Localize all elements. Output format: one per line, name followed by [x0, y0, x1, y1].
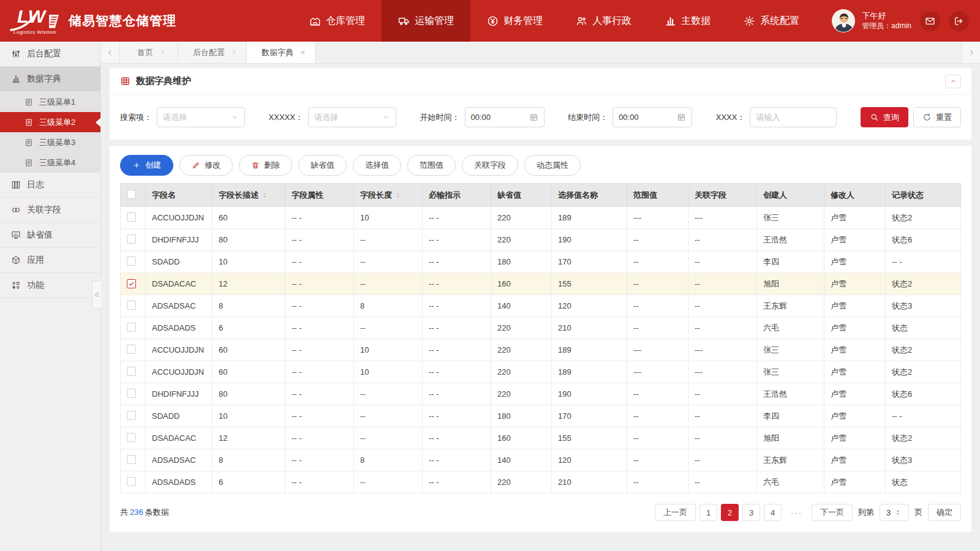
table-cell: 60	[213, 207, 285, 229]
page-ellipsis[interactable]: ···	[785, 504, 808, 521]
row-checkbox[interactable]	[127, 257, 136, 266]
sort-icon[interactable]	[394, 192, 402, 199]
table-cell: -- -	[423, 339, 491, 361]
nav-item-0[interactable]: 仓库管理	[293, 0, 382, 42]
pencil-icon	[192, 161, 200, 170]
table-cell: --	[354, 427, 423, 449]
avatar[interactable]	[832, 9, 855, 32]
table-cell: 170	[552, 405, 627, 427]
table-cell: 8	[354, 295, 423, 317]
confirm-button[interactable]: 确定	[928, 504, 961, 521]
search-item-select[interactable]: 请选择	[157, 107, 245, 127]
mail-button[interactable]	[920, 11, 940, 31]
truck-icon	[398, 15, 410, 27]
row-checkbox[interactable]	[127, 367, 136, 376]
logout-button[interactable]	[949, 11, 969, 31]
page-button-1[interactable]: 1	[699, 504, 717, 521]
tab-2[interactable]: 数据字典	[247, 42, 315, 63]
sidebar-item-8[interactable]: 缺省值	[0, 223, 100, 248]
nav-item-3[interactable]: 人事行政	[559, 0, 648, 42]
close-icon[interactable]	[159, 49, 166, 56]
nav-item-1[interactable]: 运输管理	[382, 0, 470, 42]
goto-page-spinner[interactable]: 3	[880, 504, 909, 521]
sidebar-item-9[interactable]: 应用	[0, 248, 100, 273]
xxxx-input[interactable]: 请输入	[750, 107, 837, 127]
tab-1[interactable]: 后台配置	[178, 42, 247, 63]
row-checkbox[interactable]	[127, 411, 136, 420]
reset-button[interactable]: 重置	[913, 107, 961, 127]
table-cell: 卢雪	[824, 471, 886, 493]
page-button-2[interactable]: 2	[721, 504, 739, 521]
panel-collapse-button[interactable]	[945, 75, 961, 88]
action-button-4[interactable]: 选择值	[353, 155, 401, 176]
search-item-placeholder: 请选择	[163, 112, 187, 123]
action-button-3[interactable]: 缺省值	[298, 155, 347, 176]
action-button-7[interactable]: 动态属性	[524, 155, 581, 176]
nav-item-4[interactable]: 主数据	[648, 0, 727, 42]
sidebar-collapse-handle[interactable]	[92, 280, 101, 309]
row-checkbox[interactable]	[127, 212, 136, 222]
end-time-label: 结束时间：	[568, 112, 608, 123]
action-button-6[interactable]: 关联字段	[462, 155, 518, 176]
row-checkbox[interactable]	[127, 323, 136, 332]
prev-page-button[interactable]: 上一页	[655, 504, 696, 521]
page-button-4[interactable]: 4	[764, 504, 782, 521]
sidebar-item-5[interactable]: 三级菜单4	[0, 152, 100, 173]
nav-item-2[interactable]: 财务管理	[470, 0, 559, 42]
row-checkbox[interactable]	[127, 301, 136, 310]
column-header[interactable]: 字段长描述	[213, 184, 285, 207]
link-icon	[11, 205, 21, 215]
close-icon[interactable]	[300, 49, 306, 56]
xxxxx-select[interactable]: 请选择	[308, 107, 396, 127]
row-checkbox[interactable]	[127, 389, 136, 398]
sidebar-item-0[interactable]: 后台配置	[0, 42, 100, 67]
sidebar-item-1[interactable]: 数据字典	[0, 67, 100, 92]
action-button-5[interactable]: 范围值	[407, 155, 456, 176]
table-cell: 李四	[757, 405, 824, 427]
action-button-1[interactable]: 修改	[179, 155, 233, 176]
next-page-button[interactable]: 下一页	[812, 504, 853, 521]
action-button-2[interactable]: 删除	[239, 155, 292, 176]
table-row-6: ACCUOJJDJN60-- -10-- -220189------张三卢雪状态…	[121, 339, 961, 361]
row-checkbox[interactable]	[127, 455, 136, 464]
tab-0[interactable]: 首页	[119, 42, 178, 63]
document-icon	[24, 159, 33, 167]
row-checkbox[interactable]	[127, 477, 136, 486]
table-cell: -- -	[285, 295, 354, 317]
spinner-arrows-icon[interactable]	[894, 509, 902, 516]
table-cell: --	[354, 251, 423, 273]
sidebar-item-4[interactable]: 三级菜单3	[0, 132, 100, 152]
sidebar-item-10[interactable]: 功能	[0, 273, 100, 298]
sidebar-item-2[interactable]: 三级菜单1	[0, 92, 100, 112]
table-cell: ---	[627, 339, 688, 361]
row-checkbox[interactable]	[127, 345, 136, 354]
table-cell: --	[627, 405, 688, 427]
column-header: 范围值	[627, 184, 688, 207]
chevron-down-icon	[382, 113, 390, 121]
tab-scroll-right[interactable]	[962, 42, 980, 63]
row-checkbox[interactable]	[127, 279, 136, 288]
table-cell: 状态2	[886, 427, 961, 449]
start-time-input[interactable]: 00:00	[465, 107, 545, 127]
table-cell: 六毛	[757, 471, 824, 493]
nav-item-5[interactable]: 系统配置	[727, 0, 816, 42]
end-time-input[interactable]: 00:00	[612, 107, 692, 127]
row-checkbox[interactable]	[127, 234, 136, 244]
close-icon[interactable]	[231, 49, 238, 56]
table-cell: SDADD	[146, 405, 213, 427]
column-header[interactable]: 字段长度	[354, 184, 423, 207]
sidebar-item-3[interactable]: 三级菜单2	[0, 112, 100, 132]
query-button[interactable]: 查询	[861, 107, 908, 127]
search-icon	[870, 113, 879, 122]
page-button-3[interactable]: 3	[742, 504, 760, 521]
row-checkbox[interactable]	[127, 433, 136, 442]
select-all-checkbox[interactable]	[127, 190, 136, 199]
goto-suffix-label: 页	[914, 507, 922, 518]
sidebar-item-7[interactable]: 关联字段	[0, 198, 100, 223]
sidebar-item-6[interactable]: 日志	[0, 173, 100, 198]
table-cell: 张三	[757, 207, 824, 229]
tab-scroll-left[interactable]	[101, 42, 119, 63]
sort-icon[interactable]	[261, 192, 268, 199]
checkbox-cell	[121, 339, 146, 361]
action-button-0[interactable]: 创建	[120, 155, 173, 176]
